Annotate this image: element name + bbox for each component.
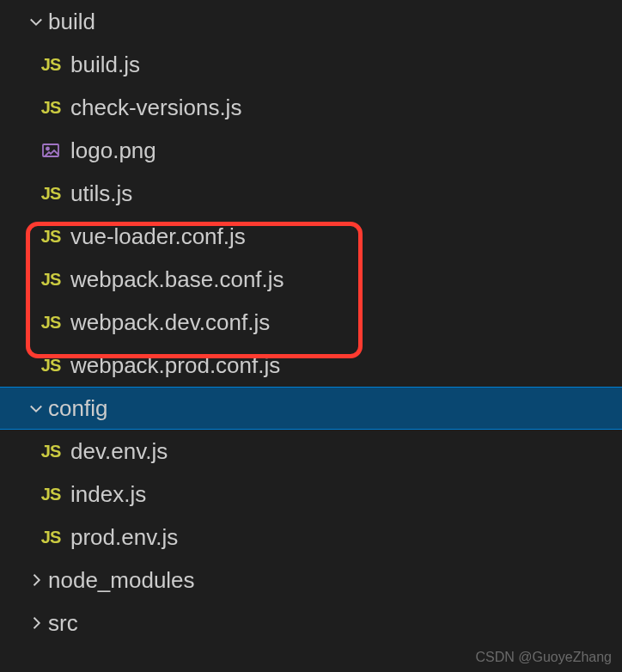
chevron-right-icon bbox=[24, 614, 48, 632]
folder-label: config bbox=[48, 395, 107, 422]
file-label: webpack.base.conf.js bbox=[70, 266, 284, 293]
file-label: build.js bbox=[70, 52, 140, 78]
file-label: utils.js bbox=[70, 180, 132, 207]
js-icon: JS bbox=[36, 184, 65, 204]
file-item[interactable]: logo.png bbox=[0, 129, 622, 172]
image-icon bbox=[36, 140, 65, 161]
file-tree: build JS build.js JS check-versions.js l… bbox=[0, 0, 622, 645]
js-icon: JS bbox=[36, 485, 65, 504]
js-icon: JS bbox=[36, 442, 65, 461]
chevron-down-icon bbox=[24, 13, 48, 30]
js-icon: JS bbox=[36, 270, 65, 290]
file-item[interactable]: JS dev.env.js bbox=[0, 430, 622, 473]
file-label: prod.env.js bbox=[70, 524, 178, 551]
file-item[interactable]: JS vue-loader.conf.js bbox=[0, 215, 622, 258]
js-icon: JS bbox=[36, 528, 65, 547]
folder-label: build bbox=[48, 9, 95, 35]
file-item[interactable]: JS webpack.base.conf.js bbox=[0, 258, 622, 301]
file-label: vue-loader.conf.js bbox=[70, 223, 246, 250]
file-item[interactable]: JS build.js bbox=[0, 43, 622, 86]
file-label: logo.png bbox=[70, 137, 156, 164]
js-icon: JS bbox=[36, 227, 65, 247]
file-item[interactable]: JS webpack.prod.conf.js bbox=[0, 344, 622, 387]
chevron-down-icon bbox=[24, 400, 48, 417]
js-icon: JS bbox=[36, 98, 65, 118]
js-icon: JS bbox=[36, 55, 65, 75]
folder-label: node_modules bbox=[48, 567, 195, 594]
js-icon: JS bbox=[36, 356, 65, 376]
file-label: dev.env.js bbox=[70, 438, 168, 465]
svg-point-1 bbox=[46, 148, 49, 150]
file-item[interactable]: JS utils.js bbox=[0, 172, 622, 215]
js-icon: JS bbox=[36, 313, 65, 333]
folder-node-modules[interactable]: node_modules bbox=[0, 559, 622, 602]
file-label: check-versions.js bbox=[70, 95, 241, 121]
file-item[interactable]: JS webpack.dev.conf.js bbox=[0, 301, 622, 344]
watermark-text: CSDN @GuoyeZhang bbox=[475, 650, 612, 665]
folder-build[interactable]: build bbox=[0, 0, 622, 43]
folder-src[interactable]: src bbox=[0, 602, 622, 645]
folder-config[interactable]: config bbox=[0, 387, 622, 430]
folder-label: src bbox=[48, 610, 78, 637]
file-item[interactable]: JS prod.env.js bbox=[0, 516, 622, 559]
file-label: webpack.dev.conf.js bbox=[70, 309, 270, 336]
file-item[interactable]: JS index.js bbox=[0, 473, 622, 516]
file-item[interactable]: JS check-versions.js bbox=[0, 86, 622, 129]
chevron-right-icon bbox=[24, 571, 48, 589]
file-label: webpack.prod.conf.js bbox=[70, 352, 280, 379]
file-label: index.js bbox=[70, 481, 146, 508]
